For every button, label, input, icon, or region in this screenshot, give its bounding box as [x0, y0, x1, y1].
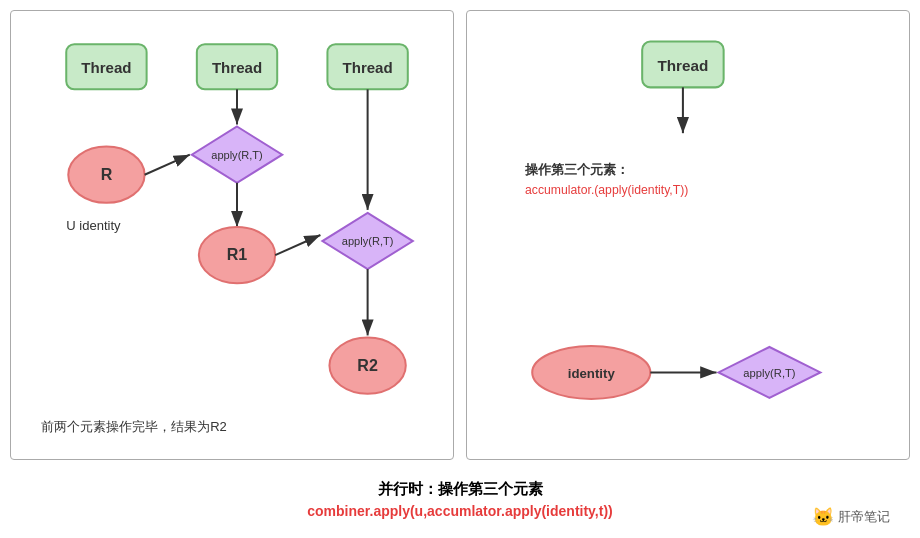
oval-r2-label: R2 — [357, 356, 378, 374]
right-diagram: Thread 操作第三个元素： accumulator.(apply(ident… — [466, 10, 910, 460]
logo-text: 肝帝笔记 — [838, 508, 890, 526]
oval-r-label: R — [101, 165, 113, 183]
thread-label-1: Thread — [81, 59, 131, 76]
logo-area: 🐱 肝帝笔记 — [812, 506, 890, 528]
thread-label-3: Thread — [343, 59, 393, 76]
diamond-apply-2-label: apply(R,T) — [342, 235, 394, 247]
arrow-r-diamond1 — [145, 155, 190, 175]
diamond-apply-right-label: apply(R,T) — [743, 367, 795, 379]
main-area: Thread Thread Thread R U identity apply(… — [0, 0, 920, 460]
oval-identity-label: identity — [568, 366, 616, 381]
diamond-apply-1-label: apply(R,T) — [211, 149, 263, 161]
bottom-sub-text: combiner.apply(u,accumlator.apply(identi… — [307, 503, 612, 519]
bottom-main-text: 并行时：操作第三个元素 — [378, 480, 543, 499]
thread-label-2: Thread — [212, 59, 262, 76]
bottom-area: 并行时：操作第三个元素 combiner.apply(u,accumlator.… — [0, 460, 920, 538]
logo-icon: 🐱 — [812, 506, 834, 528]
op-formula-label: accumulator.(apply(identity,T)) — [525, 183, 688, 197]
left-bottom-label: 前两个元素操作完毕，结果为R2 — [41, 419, 227, 434]
u-identity-label: U identity — [66, 218, 121, 233]
left-diagram: Thread Thread Thread R U identity apply(… — [10, 10, 454, 460]
op-label: 操作第三个元素： — [524, 162, 629, 177]
thread-label-right: Thread — [657, 57, 708, 74]
arrow-r1-diamond2 — [275, 235, 320, 255]
oval-r1-label: R1 — [227, 245, 248, 263]
